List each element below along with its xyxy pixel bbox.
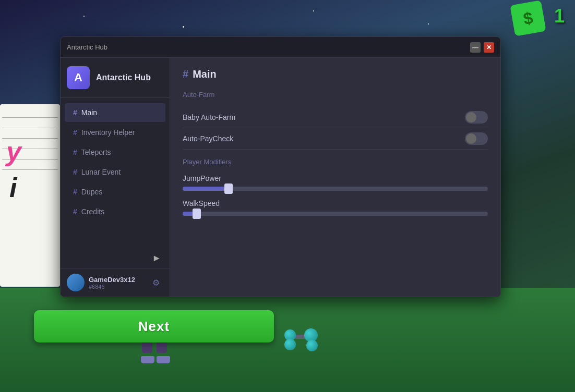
nav-hash-credits: # [73,207,77,216]
title-bar-left: Antarctic Hub [67,43,107,51]
sidebar: A Antarctic Hub # Main # Inventory Helpe… [61,58,170,297]
jump-power-track [183,187,488,191]
avatar: A [67,66,90,89]
nav-hash-inventory: # [73,128,77,137]
next-button[interactable]: Next [34,310,274,342]
content-hash-icon: # [183,68,188,80]
star [83,16,85,17]
right-shoe [157,356,170,363]
close-button[interactable]: ✕ [484,42,494,53]
notepad-letter-i: i [9,172,17,203]
main-content: # Main Auto-Farm Baby Auto-Farm Auto-Pay… [170,58,500,297]
player-modifiers-section: Player Modifiers JumpPower WalkSpeed [183,158,488,216]
star [428,23,429,24]
user-info: GameDev3x12 #6846 [89,276,145,290]
dollar-badge: $ [510,0,546,36]
sidebar-app-title: Antarctic Hub [96,73,151,82]
window-body: A Antarctic Hub # Main # Inventory Helpe… [61,58,500,297]
content-title: Main [193,68,217,80]
nav-label-credits: Credits [81,207,104,216]
dumbbell-decoration [284,324,318,350]
left-shoe [141,356,154,363]
nav-hash-lunar: # [73,168,77,176]
notepad-line [2,108,58,118]
content-header: # Main [183,68,488,80]
notepad-line [2,119,58,128]
title-bar-controls: — ✕ [470,42,494,53]
sidebar-item-teleports[interactable]: # Teleports [65,143,165,162]
settings-button[interactable]: ⚙ [149,275,163,290]
dumbbell-weight-left-bottom [284,339,296,350]
jump-power-label: JumpPower [183,174,488,182]
feature-row-baby-autofarm: Baby Auto-Farm [183,107,488,128]
nav-label-dupes: Dupes [81,188,102,196]
dollar-symbol: $ [522,8,534,29]
shoes [141,356,170,363]
sidebar-item-credits[interactable]: # Credits [65,202,165,221]
score-display: 1 [554,5,565,27]
minimize-button[interactable]: — [470,42,481,53]
walk-speed-thumb[interactable] [193,209,201,219]
section-label-autofarm: Auto-Farm [183,91,488,101]
sidebar-item-dupes[interactable]: # Dupes [65,182,165,201]
nav-label-teleports: Teleports [81,148,111,156]
nav-hash-teleports: # [73,148,77,156]
nav-label-lunar: Lunar Event [81,168,121,176]
feature-name-auto-paycheck: Auto-PayCheck [183,134,233,143]
user-avatar [67,274,85,291]
toggle-knob-paycheck [466,133,476,144]
nav-hash-main: # [73,108,77,117]
nav-label-main: Main [81,108,97,117]
sidebar-item-lunar-event[interactable]: # Lunar Event [65,163,165,181]
cursor-arrow-icon: ► [152,253,161,263]
feature-name-baby-autofarm: Baby Auto-Farm [183,113,235,121]
sidebar-nav: # Main # Inventory Helper # Teleports # … [61,98,170,253]
sidebar-header: A Antarctic Hub [61,58,170,98]
star [183,26,184,28]
title-bar: Antarctic Hub — ✕ [61,37,500,58]
jump-power-thumb[interactable] [224,183,233,194]
sidebar-item-inventory-helper[interactable]: # Inventory Helper [65,123,165,142]
toggle-knob-baby-autofarm [466,112,476,123]
sidebar-footer: GameDev3x12 #6846 ⚙ [61,268,170,297]
jump-power-fill [183,187,229,191]
toggle-baby-autofarm[interactable] [465,111,488,124]
toggle-auto-paycheck[interactable] [465,132,488,145]
nav-hash-dupes: # [73,188,77,196]
sidebar-item-main[interactable]: # Main [65,103,165,122]
modifiers-label: Player Modifiers [183,158,488,168]
notepad-letter-y: y [6,136,21,167]
window-title: Antarctic Hub [67,43,107,51]
walk-speed-label: WalkSpeed [183,199,488,207]
star [313,10,314,11]
walk-speed-track [183,212,488,216]
main-window: Antarctic Hub — ✕ A Antarctic Hub # Main [60,36,501,297]
nav-label-inventory: Inventory Helper [81,128,135,137]
dumbbell-weight-right-bottom [306,340,318,351]
user-name: GameDev3x12 [89,276,145,284]
next-button-container: Next [34,310,274,342]
avatar-letter: A [74,71,82,84]
notepad: y i [0,104,60,287]
user-id: #6846 [89,284,145,290]
cursor-hint-area: ► [61,253,170,268]
feature-row-auto-paycheck: Auto-PayCheck [183,128,488,150]
